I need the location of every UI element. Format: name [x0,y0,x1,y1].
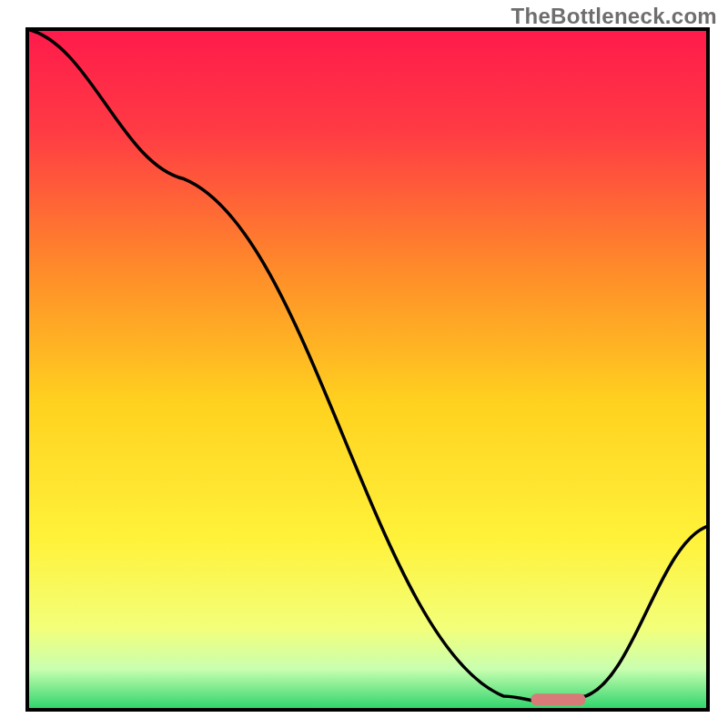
optimal-range-marker [531,693,586,705]
plot-background [27,29,708,710]
chart-svg [0,0,728,728]
bottleneck-chart: TheBottleneck.com [0,0,728,728]
watermark-text: TheBottleneck.com [511,4,717,29]
